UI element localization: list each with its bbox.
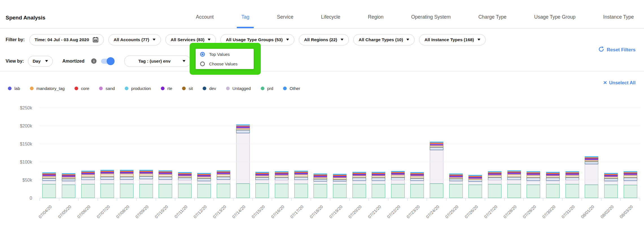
stacked-bar bbox=[333, 174, 347, 198]
x-tick bbox=[78, 198, 98, 201]
bar-column-07-23-20[interactable] bbox=[408, 108, 427, 198]
tab-usage-type-group[interactable]: Usage Type Group bbox=[534, 13, 576, 28]
filter-dropdown-all-charge-types-10[interactable]: All Charge Types (10) bbox=[353, 34, 415, 45]
x-label-cell: 07/17/20 bbox=[291, 201, 311, 228]
bar-column-07-24-20[interactable] bbox=[427, 108, 446, 198]
bar-column-08-01-20[interactable] bbox=[582, 108, 601, 198]
amortized-toggle[interactable] bbox=[101, 58, 114, 64]
legend-item-production[interactable]: production bbox=[125, 86, 151, 91]
bar-column-08-03-20[interactable] bbox=[621, 108, 640, 198]
bar-column-08-02-20[interactable] bbox=[601, 108, 621, 198]
tab-operating-system[interactable]: Operating System bbox=[411, 13, 451, 28]
legend-item-other[interactable]: Other bbox=[283, 86, 300, 91]
bar-column-07-10-20[interactable] bbox=[156, 108, 175, 198]
bar-segment-untagged bbox=[430, 150, 443, 184]
legend-item-sand[interactable]: sand bbox=[99, 86, 115, 91]
bar-column-07-19-20[interactable] bbox=[330, 108, 350, 198]
x-tick-label: 07/06/20 bbox=[76, 204, 91, 219]
bar-segment-untagged bbox=[585, 164, 598, 185]
tab-charge-type[interactable]: Charge Type bbox=[478, 13, 507, 28]
granularity-dropdown[interactable]: Day bbox=[28, 56, 53, 67]
x-tick-label: 08/01/20 bbox=[580, 204, 595, 219]
legend-item-mandatory_tag[interactable]: mandatory_tag bbox=[30, 86, 65, 91]
bar-column-07-12-20[interactable] bbox=[194, 108, 214, 198]
tag-selector-dropdown[interactable]: Tag : (user) env bbox=[124, 56, 191, 67]
page-title: Spend Analysis bbox=[6, 15, 45, 21]
bar-segment-untagged bbox=[372, 181, 385, 184]
bar-column-07-15-20[interactable] bbox=[253, 108, 272, 198]
values-option-label: Top Values bbox=[209, 52, 230, 57]
bar-segment-untagged bbox=[294, 180, 308, 184]
x-tick-label: 07/20/20 bbox=[347, 204, 362, 219]
bar-column-07-04-20[interactable] bbox=[40, 108, 59, 198]
x-tick-label: 07/10/20 bbox=[154, 204, 169, 219]
bar-column-07-20-20[interactable] bbox=[349, 108, 369, 198]
radio-selected-icon[interactable] bbox=[200, 52, 205, 57]
bar-segment-untagged bbox=[62, 181, 75, 185]
bar-column-07-05-20[interactable] bbox=[59, 108, 78, 198]
filter-dropdown-all-accounts-77[interactable]: All Accounts (77) bbox=[108, 34, 161, 45]
bar-column-07-21-20[interactable] bbox=[369, 108, 388, 198]
bar-segment-prd bbox=[624, 185, 637, 198]
filter-dropdown-all-regions-22[interactable]: All Regions (22) bbox=[299, 34, 349, 45]
tab-service[interactable]: Service bbox=[276, 13, 294, 28]
x-label-cell: 07/18/20 bbox=[311, 201, 330, 228]
unselect-all-button[interactable]: ✕ Unselect All bbox=[603, 80, 636, 86]
bar-column-07-31-20[interactable] bbox=[562, 108, 582, 198]
x-label-cell: 08/03/20 bbox=[621, 201, 640, 228]
bar-segment-untagged bbox=[314, 181, 327, 184]
bar-column-07-13-20[interactable] bbox=[214, 108, 233, 198]
tab-region[interactable]: Region bbox=[367, 13, 384, 28]
bar-column-07-11-20[interactable] bbox=[175, 108, 194, 198]
bar-segment-dev bbox=[410, 178, 424, 181]
chevron-down-icon bbox=[208, 39, 211, 41]
filter-dropdown-all-instance-types-168[interactable]: All Instance Types (168) bbox=[419, 34, 485, 45]
legend-item-dev[interactable]: dev bbox=[203, 86, 216, 91]
tab-tag[interactable]: Tag bbox=[241, 13, 250, 28]
legend-item-rte[interactable]: rte bbox=[161, 86, 172, 91]
filter-dropdowns: All Accounts (77)All Services (83)All Us… bbox=[108, 34, 486, 45]
bar-column-07-08-20[interactable] bbox=[117, 108, 137, 198]
bar-column-07-14-20[interactable] bbox=[233, 108, 253, 198]
bar-column-07-16-20[interactable] bbox=[272, 108, 292, 198]
bar-column-07-22-20[interactable] bbox=[388, 108, 408, 198]
radio-unselected-icon[interactable] bbox=[200, 61, 205, 66]
legend-item-prd[interactable]: prd bbox=[261, 86, 273, 91]
y-tick-label: $50k bbox=[22, 178, 32, 183]
bar-column-07-07-20[interactable] bbox=[98, 108, 117, 198]
legend-dot-icon bbox=[30, 87, 34, 90]
tab-instance-type[interactable]: Instance Type bbox=[603, 13, 634, 28]
x-label-cell: 07/07/20 bbox=[98, 201, 117, 228]
bar-column-07-09-20[interactable] bbox=[136, 108, 156, 198]
legend-item-sit[interactable]: sit bbox=[182, 86, 193, 91]
bar-column-07-17-20[interactable] bbox=[291, 108, 311, 198]
bar-column-07-06-20[interactable] bbox=[78, 108, 98, 198]
bar-column-07-18-20[interactable] bbox=[311, 108, 330, 198]
tab-lifecycle[interactable]: Lifecycle bbox=[321, 13, 341, 28]
bar-column-07-26-20[interactable] bbox=[466, 108, 485, 198]
values-option-top-values[interactable]: Top Values bbox=[200, 50, 254, 58]
stacked-bar bbox=[236, 124, 250, 198]
bar-segment-prd bbox=[159, 184, 172, 198]
x-tick bbox=[427, 198, 446, 201]
bar-column-07-29-20[interactable] bbox=[524, 108, 543, 198]
legend-item-untagged[interactable]: Untagged bbox=[226, 86, 251, 91]
legend-label: Untagged bbox=[233, 86, 251, 91]
tab-account[interactable]: Account bbox=[195, 13, 214, 28]
time-range-filter[interactable]: Time: 04 Jul - 03 Aug 2020 bbox=[29, 34, 104, 45]
bar-column-07-30-20[interactable] bbox=[543, 108, 563, 198]
bar-column-07-28-20[interactable] bbox=[504, 108, 524, 198]
info-icon[interactable]: i bbox=[91, 58, 97, 64]
x-tick bbox=[98, 198, 117, 201]
x-tick-label: 07/13/20 bbox=[212, 204, 227, 219]
bar-column-07-25-20[interactable] bbox=[446, 108, 466, 198]
x-tick-label: 07/18/20 bbox=[309, 204, 324, 219]
legend-item-lab[interactable]: lab bbox=[8, 86, 20, 91]
x-tick-label: 07/29/20 bbox=[522, 204, 537, 219]
bar-segment-prd bbox=[255, 184, 269, 198]
values-option-choose-values[interactable]: Choose Values bbox=[200, 60, 254, 68]
bar-segment-untagged bbox=[217, 180, 230, 184]
bar-column-07-27-20[interactable] bbox=[485, 108, 505, 198]
toggle-knob bbox=[107, 57, 115, 65]
legend-item-core[interactable]: core bbox=[75, 86, 89, 91]
